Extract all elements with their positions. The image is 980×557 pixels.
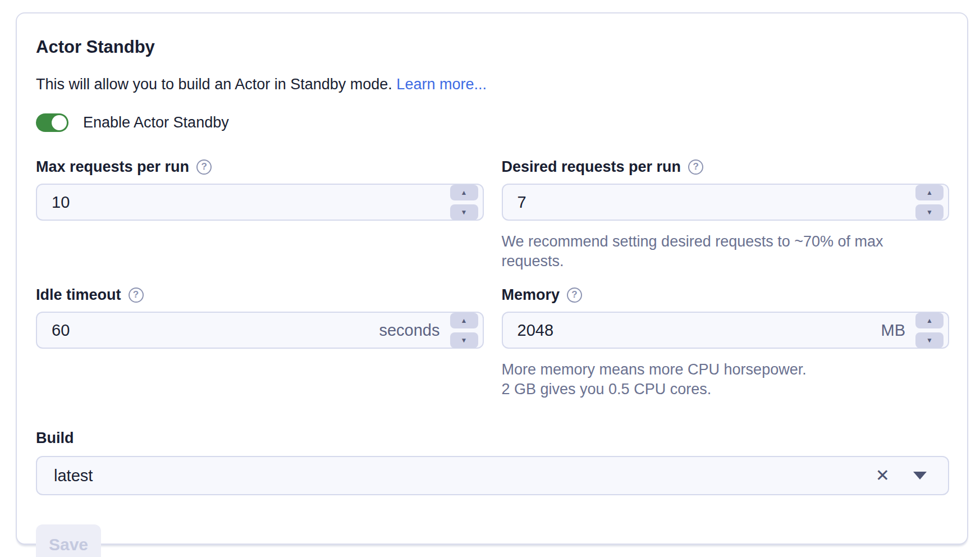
- toggle-label: Enable Actor Standby: [83, 114, 229, 131]
- desired-requests-helper-text: We recommend setting desired requests to…: [502, 232, 950, 271]
- max-requests-label: Max requests per run: [36, 158, 189, 176]
- idle-timeout-unit: seconds: [379, 321, 439, 340]
- field-idle-timeout: Idle timeout ? seconds ▲ ▼: [36, 286, 484, 399]
- question-circle-icon[interactable]: ?: [196, 159, 212, 175]
- save-button[interactable]: Save: [36, 524, 101, 557]
- max-requests-stepper: ▲ ▼: [450, 185, 478, 220]
- clear-icon[interactable]: ✕: [876, 467, 890, 484]
- question-circle-icon[interactable]: ?: [688, 159, 703, 175]
- build-label: Build: [36, 430, 949, 447]
- spinner-down-icon[interactable]: ▼: [915, 204, 944, 220]
- spinner-up-icon[interactable]: ▲: [915, 313, 944, 328]
- memory-helper-text: More memory means more CPU horsepower. 2…: [502, 360, 950, 399]
- spinner-down-icon[interactable]: ▼: [450, 204, 478, 220]
- memory-input[interactable]: [518, 321, 881, 340]
- learn-more-link[interactable]: Learn more...: [396, 76, 487, 93]
- section-description: This will allow you to build an Actor in…: [36, 74, 949, 94]
- max-requests-input[interactable]: [52, 193, 450, 212]
- memory-input-box: MB ▲ ▼: [502, 312, 950, 349]
- field-max-requests: Max requests per run ? ▲ ▼: [36, 158, 484, 271]
- idle-timeout-input[interactable]: [52, 321, 379, 340]
- question-circle-icon[interactable]: ?: [567, 287, 582, 303]
- memory-stepper: ▲ ▼: [915, 313, 944, 348]
- field-memory: Memory ? MB ▲ ▼ More memory means more C…: [502, 286, 950, 399]
- desired-requests-input-box: ▲ ▼: [502, 184, 950, 221]
- idle-timeout-label: Idle timeout: [36, 286, 121, 304]
- chevron-down-icon[interactable]: [913, 472, 927, 480]
- memory-label: Memory: [502, 286, 560, 304]
- build-select-value: latest: [54, 467, 876, 485]
- fields-row-2: Idle timeout ? seconds ▲ ▼ Memory ? MB: [36, 286, 949, 399]
- memory-unit: MB: [881, 321, 906, 340]
- idle-timeout-stepper: ▲ ▼: [450, 313, 478, 348]
- field-build: Build latest ✕: [36, 430, 949, 495]
- desired-requests-input[interactable]: [518, 193, 916, 212]
- fields-row-1: Max requests per run ? ▲ ▼ Desired reque…: [36, 158, 949, 271]
- spinner-down-icon[interactable]: ▼: [915, 332, 944, 348]
- spinner-up-icon[interactable]: ▲: [450, 313, 478, 328]
- actor-standby-card: Actor Standby This will allow you to bui…: [16, 12, 968, 545]
- desired-requests-label: Desired requests per run: [502, 158, 681, 176]
- toggle-knob: [52, 115, 67, 130]
- memory-helper-line-1: More memory means more CPU horsepower.: [502, 360, 950, 380]
- spinner-up-icon[interactable]: ▲: [450, 185, 478, 200]
- field-desired-requests: Desired requests per run ? ▲ ▼ We recomm…: [502, 158, 950, 271]
- max-requests-input-box: ▲ ▼: [36, 184, 484, 221]
- enable-standby-toggle[interactable]: [36, 113, 68, 132]
- enable-standby-row: Enable Actor Standby: [36, 113, 949, 132]
- idle-timeout-input-box: seconds ▲ ▼: [36, 312, 484, 349]
- build-select[interactable]: latest ✕: [36, 456, 949, 495]
- spinner-down-icon[interactable]: ▼: [450, 332, 478, 348]
- description-text: This will allow you to build an Actor in…: [36, 76, 392, 93]
- question-circle-icon[interactable]: ?: [129, 287, 144, 303]
- memory-helper-line-2: 2 GB gives you 0.5 CPU cores.: [502, 380, 950, 399]
- desired-requests-stepper: ▲ ▼: [915, 185, 944, 220]
- page-title: Actor Standby: [36, 37, 949, 57]
- spinner-up-icon[interactable]: ▲: [915, 185, 944, 200]
